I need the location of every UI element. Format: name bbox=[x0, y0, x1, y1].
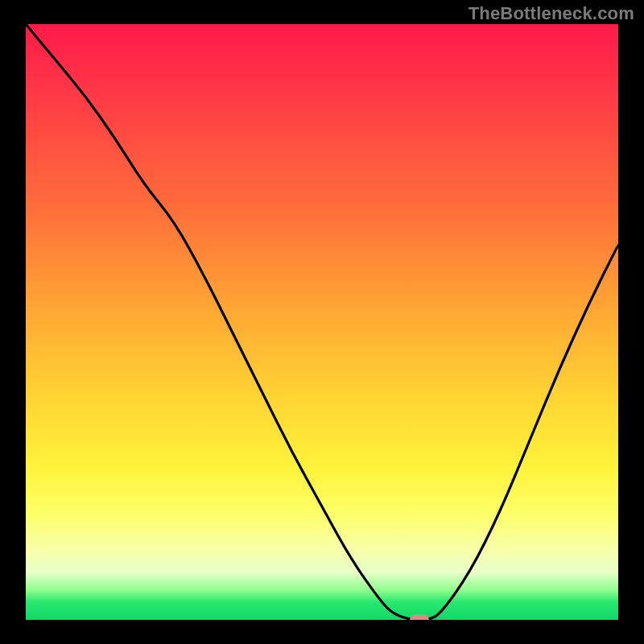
curve-path bbox=[26, 24, 618, 620]
chart-frame: TheBottleneck.com bbox=[0, 0, 644, 644]
plot-area bbox=[26, 24, 618, 620]
watermark-text: TheBottleneck.com bbox=[469, 3, 634, 24]
optimal-point-marker bbox=[410, 614, 429, 620]
bottleneck-curve bbox=[26, 24, 618, 620]
